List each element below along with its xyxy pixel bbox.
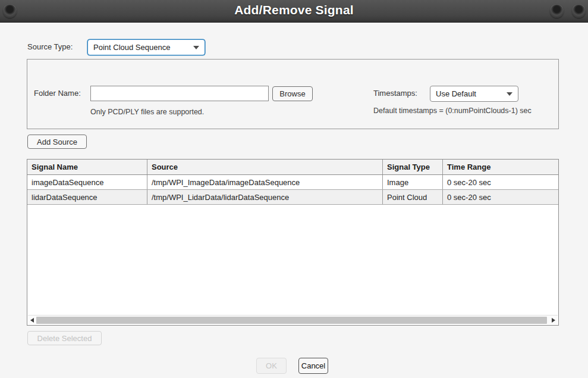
folder-name-label: Folder Name: xyxy=(34,86,81,101)
cell-source[interactable]: /tmp/WPI_LidarData/lidarDataSequence xyxy=(147,190,383,204)
source-type-value: Point Cloud Sequence xyxy=(93,43,170,52)
chevron-down-icon xyxy=(507,92,512,96)
scrollbar-thumb[interactable] xyxy=(36,317,547,324)
delete-selected-button[interactable]: Delete Selected xyxy=(27,331,102,345)
horizontal-scrollbar[interactable] xyxy=(28,315,558,324)
cell-signal-type[interactable]: Point Cloud xyxy=(383,190,443,204)
cell-signal-name[interactable]: lidarDataSequence xyxy=(27,190,147,204)
column-header-signal-name: Signal Name xyxy=(27,160,147,174)
chevron-down-icon xyxy=(193,46,199,49)
timestamps-dropdown[interactable]: Use Default xyxy=(430,86,518,102)
right-arrow-icon xyxy=(552,318,555,323)
cell-time-range[interactable]: 0 sec-20 sec xyxy=(443,190,558,204)
window-close-button[interactable] xyxy=(572,4,586,18)
cell-signal-name[interactable]: imageDataSequence xyxy=(27,175,147,189)
cell-source[interactable]: /tmp/WPI_ImageData/imageDataSequence xyxy=(147,175,383,189)
add-remove-signal-dialog: Add/Remove Signal Source Type: Point Clo… xyxy=(0,0,588,378)
cancel-button[interactable]: Cancel xyxy=(298,358,328,374)
column-header-signal-type: Signal Type xyxy=(383,160,443,174)
ok-button[interactable]: OK xyxy=(256,358,287,374)
cell-signal-type[interactable]: Image xyxy=(383,175,443,189)
dialog-title: Add/Remove Signal xyxy=(0,3,588,17)
source-type-label: Source Type: xyxy=(27,39,73,55)
folder-name-input[interactable] xyxy=(90,86,269,101)
table-row[interactable]: imageDataSequence /tmp/WPI_ImageData/ima… xyxy=(27,175,558,190)
scroll-right-arrow[interactable] xyxy=(549,315,558,325)
left-arrow-icon xyxy=(30,318,34,323)
titlebar: Add/Remove Signal xyxy=(0,0,588,23)
timestamps-hint-text: Default timestamps = (0:numPointClouds-1… xyxy=(373,107,532,115)
folder-hint-text: Only PCD/PLY files are supported. xyxy=(90,108,204,116)
window-minimize-button[interactable] xyxy=(550,4,564,18)
column-header-time-range: Time Range xyxy=(443,160,558,174)
signals-table: Signal Name Source Signal Type Time Rang… xyxy=(27,159,559,326)
table-header-row: Signal Name Source Signal Type Time Rang… xyxy=(27,160,558,175)
add-source-button[interactable]: Add Source xyxy=(27,135,87,149)
scroll-left-arrow[interactable] xyxy=(28,315,36,325)
source-options-panel: Folder Name: Browse Only PCD/PLY files a… xyxy=(27,59,559,129)
table-row[interactable]: lidarDataSequence /tmp/WPI_LidarData/lid… xyxy=(27,190,558,205)
timestamps-label: Timestamps: xyxy=(373,86,417,101)
source-type-dropdown[interactable]: Point Cloud Sequence xyxy=(87,39,205,55)
browse-button[interactable]: Browse xyxy=(272,86,313,101)
timestamps-value: Use Default xyxy=(436,89,476,98)
column-header-source: Source xyxy=(147,160,383,174)
cell-time-range[interactable]: 0 sec-20 sec xyxy=(443,175,558,189)
